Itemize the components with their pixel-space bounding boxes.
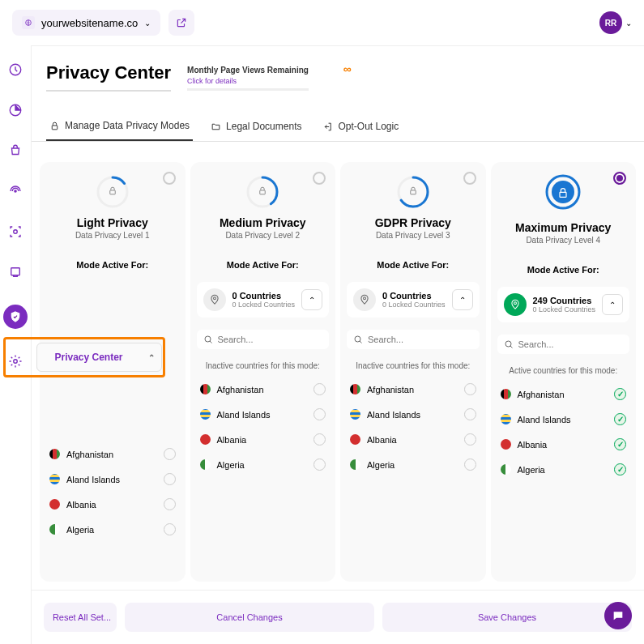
cancel-button[interactable]: Cancel Changes	[125, 603, 374, 632]
privacy-mode-card: Light Privacy Data Privacy Level 1 Mode …	[40, 162, 186, 582]
country-toggle[interactable]	[313, 408, 326, 420]
svg-point-6	[14, 360, 18, 364]
country-name: Aland Islands	[66, 475, 157, 484]
country-toggle[interactable]	[614, 463, 626, 476]
avatar: RR	[599, 11, 622, 34]
mode-level: Data Privacy Level 1	[46, 231, 179, 240]
nav-streaming[interactable]	[7, 264, 23, 280]
save-button[interactable]: Save Changes	[382, 603, 632, 632]
svg-point-16	[213, 297, 215, 300]
country-list-item[interactable]: Afghanistan	[347, 377, 480, 402]
logout-icon	[322, 122, 333, 132]
nav-dashboard[interactable]	[7, 62, 23, 78]
flag-icon	[49, 449, 60, 459]
collapse-button[interactable]: ⌃	[452, 289, 473, 310]
mode-active-for-label: Mode Active For:	[347, 260, 480, 270]
privacy-mode-card: GDPR Privacy Data Privacy Level 3 Mode A…	[340, 162, 486, 582]
help-fab[interactable]	[604, 602, 632, 629]
country-toggle[interactable]	[313, 458, 326, 471]
svg-rect-10	[110, 190, 116, 194]
country-toggle[interactable]	[164, 498, 176, 510]
nav-analytics[interactable]	[7, 102, 23, 118]
country-toggle[interactable]	[164, 523, 176, 535]
locked-countries-count: 0 Locked Countries	[382, 301, 446, 309]
chevron-down-icon: ⌄	[625, 19, 632, 28]
country-list-item[interactable]: Albania	[197, 427, 330, 452]
country-name: Afghanistan	[518, 390, 608, 399]
country-list-item[interactable]: Algeria	[197, 452, 330, 477]
country-name: Algeria	[367, 460, 458, 470]
svg-rect-5	[11, 268, 20, 275]
open-external-button[interactable]	[168, 10, 194, 36]
country-toggle[interactable]	[614, 388, 626, 400]
nav-commerce[interactable]	[7, 143, 23, 159]
mode-name: GDPR Privacy	[347, 216, 480, 229]
country-search-input[interactable]	[518, 339, 624, 349]
country-list-item[interactable]: Afghanistan	[497, 382, 630, 407]
mode-radio[interactable]	[613, 172, 626, 185]
country-toggle[interactable]	[313, 383, 326, 395]
tab-manage-modes[interactable]: Manage Data Privacy Modes	[46, 112, 193, 141]
country-list-item[interactable]: Albania	[347, 427, 480, 452]
country-search-input[interactable]	[368, 335, 473, 344]
country-name: Aland Islands	[518, 415, 608, 424]
reset-button[interactable]: Reset All Set...	[44, 603, 117, 632]
country-toggle[interactable]	[464, 458, 476, 471]
nav-privacy-center[interactable]	[3, 305, 28, 329]
country-list-item[interactable]: Aland Islands	[347, 402, 480, 427]
country-toggle[interactable]	[464, 383, 476, 395]
mode-radio[interactable]	[163, 172, 176, 185]
countries-pin-icon	[504, 293, 527, 316]
country-list-item[interactable]: Albania	[497, 432, 630, 457]
svg-rect-20	[411, 190, 416, 194]
country-list-item[interactable]: Algeria	[347, 452, 480, 477]
flag-icon	[200, 434, 211, 445]
country-toggle[interactable]	[464, 408, 476, 420]
tab-label: Legal Documents	[226, 121, 301, 132]
quota-widget[interactable]: Monthly Page Views Remaining ∞ Click for…	[187, 62, 352, 91]
quota-details-link[interactable]: Click for details	[187, 77, 352, 85]
country-toggle[interactable]	[164, 473, 176, 485]
nav-scan[interactable]	[7, 224, 23, 240]
country-list-item[interactable]: Afghanistan	[46, 441, 179, 467]
tab-legal-documents[interactable]: Legal Documents	[207, 112, 305, 141]
mode-ring-icon	[543, 174, 583, 215]
mode-level: Data Privacy Level 4	[497, 236, 630, 245]
nav-tracking[interactable]	[7, 183, 23, 199]
mode-radio[interactable]	[463, 172, 476, 185]
tab-opt-out[interactable]: Opt-Out Logic	[319, 112, 402, 141]
country-list-item[interactable]: Aland Islands	[197, 402, 330, 427]
country-name: Algeria	[66, 525, 157, 535]
lock-icon	[557, 186, 569, 203]
country-toggle[interactable]	[313, 433, 326, 446]
mode-name: Light Privacy	[46, 216, 179, 229]
country-name: Aland Islands	[217, 410, 308, 420]
country-toggle[interactable]	[614, 413, 626, 425]
collapse-button[interactable]: ⌃	[602, 294, 623, 315]
lock-icon	[258, 185, 268, 199]
country-name: Afghanistan	[367, 385, 458, 395]
site-selector[interactable]: yourwebsitename.co ⌄	[12, 10, 160, 36]
mode-radio[interactable]	[313, 172, 326, 185]
mode-active-for-label: Mode Active For:	[197, 260, 330, 270]
country-list-item[interactable]: Albania	[46, 492, 179, 517]
locked-countries-count: 0 Locked Countries	[533, 305, 596, 313]
country-list-item[interactable]: Algeria	[497, 457, 630, 482]
nav-settings[interactable]	[7, 353, 23, 369]
site-icon	[22, 16, 35, 29]
country-toggle[interactable]	[464, 433, 476, 446]
country-search-input[interactable]	[218, 335, 323, 344]
collapse-button[interactable]: ⌃	[301, 289, 322, 310]
mode-level: Data Privacy Level 2	[197, 231, 330, 240]
country-list-item[interactable]: Algeria	[46, 517, 179, 542]
country-name: Algeria	[518, 465, 608, 475]
account-menu[interactable]: RR ⌄	[599, 11, 632, 34]
quota-label: Monthly Page Views Remaining	[187, 66, 309, 75]
mode-active-for-label: Mode Active For:	[46, 260, 179, 270]
country-toggle[interactable]	[164, 448, 176, 460]
flag-icon	[200, 409, 211, 420]
country-toggle[interactable]	[614, 438, 626, 450]
country-list-item[interactable]: Aland Islands	[46, 467, 179, 492]
country-list-item[interactable]: Afghanistan	[197, 377, 330, 402]
country-list-item[interactable]: Aland Islands	[497, 407, 630, 432]
